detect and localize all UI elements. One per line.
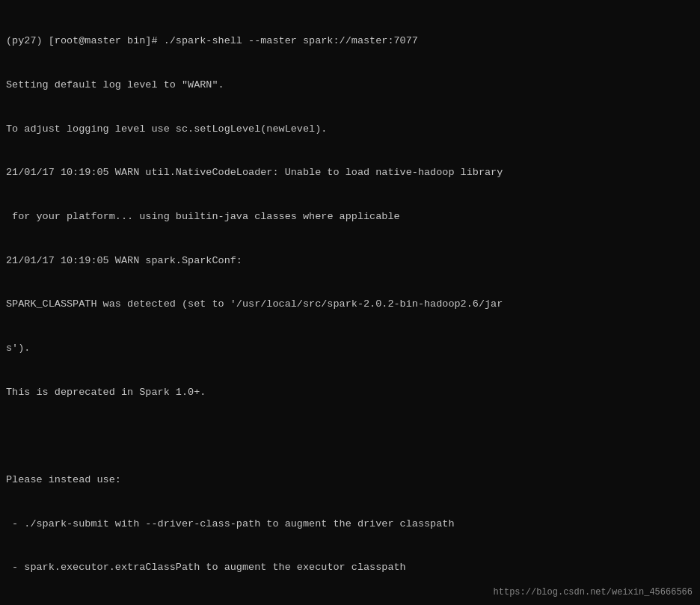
line-7: s'). — [6, 341, 694, 356]
line-4: for your platform... using builtin-java … — [6, 209, 694, 224]
line-6: SPARK_CLASSPATH was detected (set to '/u… — [6, 297, 694, 312]
prompt-line: (py27) [root@master bin]# ./spark-shell … — [6, 34, 694, 49]
watermark: https://blog.csdn.net/weixin_45666566 — [494, 587, 693, 598]
line-8: This is deprecated in Spark 1.0+. — [6, 385, 694, 400]
line-5: 21/01/17 10:19:05 WARN spark.SparkConf: — [6, 254, 694, 268]
line-11: - spark.executor.extraClassPath to augme… — [6, 560, 694, 575]
line-2: To adjust logging level use sc.setLogLev… — [6, 122, 694, 137]
line-empty-1 — [6, 429, 694, 443]
line-10: - ./spark-submit with --driver-class-pat… — [6, 517, 694, 532]
terminal-window: (py27) [root@master bin]# ./spark-shell … — [6, 4, 694, 605]
line-3: 21/01/17 10:19:05 WARN util.NativeCodeLo… — [6, 165, 694, 180]
line-1: Setting default log level to "WARN". — [6, 78, 694, 93]
line-9: Please instead use: — [6, 473, 694, 488]
